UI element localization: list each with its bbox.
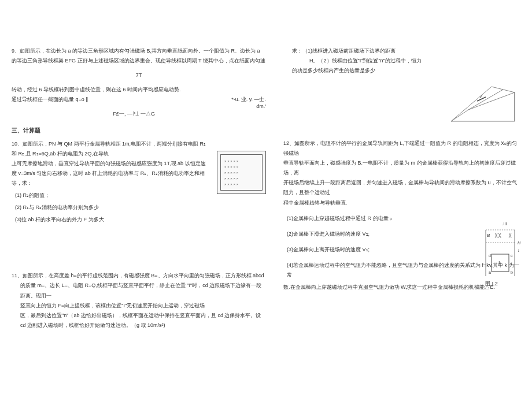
svg-text:c: c (511, 254, 513, 258)
circuit-field-pattern: × × × × × × × × × × × × × × × × × × × × … (224, 158, 258, 187)
svg-rect-14 (492, 254, 509, 271)
svg-line-1 (451, 87, 492, 121)
q11b-line2: 的功是多少线框内产生的热量是多少 (283, 66, 520, 76)
svg-text:b: b (511, 270, 513, 274)
question-10: 10、如图所示，PN 与 QM 两平行金属导轨相距 1m,电阻不计，两端分别接有… (12, 139, 266, 225)
q9-sym: 7T (12, 70, 266, 80)
q9-formula: F£一, —∣*⟘ 一△G (12, 109, 266, 119)
svg-text:╳ ╳: ╳ ╳ (494, 233, 501, 238)
q10-line1: 10、如图所示，PN 与 QM 两平行金属导轨相距 1m,电阻不计，两端分别接有… (12, 139, 211, 159)
question-11: 11、如图所示，在高度差 h=的平行虚线范围内，有磁感强度 B=、方向水平向里的… (12, 271, 266, 330)
svg-line-3 (468, 90, 503, 110)
q9-line4: 转动，经过 6 导线框转到图中虚线位置，则在这 6 时间内平均感应电动势. (12, 85, 266, 95)
q12-line2: 垂直导轨平面向上，磁感强度为 B.一电阻不计，质量为 m 的金属棒获得沿导轨向上… (283, 158, 520, 178)
q11b-line1a: 求：（1)线框进入磁场前距磁场下边界的距离 (292, 48, 396, 54)
svg-text:d: d (489, 254, 491, 258)
q9-line1: 9、如图所示，在边长为 a 的等边三角形区域内有匀强磁场 B,其方向垂直纸面向外… (12, 46, 266, 56)
figure-l2-caption: 图 L2 (463, 280, 520, 288)
q11b-line1b: H。（2）线框由位置"I"到位置"n"的过程中，恒力 (309, 56, 422, 66)
q10-line3: 度 v=3m/s 匀速向右移动，这时 ab 杆上消耗的电功率与 R₁、R₂消耗的… (12, 169, 211, 188)
q11-line5: cd 边刚进入磁场时，线框恰好开始做匀速运动。（g 取 10m/s²) (12, 321, 266, 330)
q11-line2: 的质量 m=、边长 L=、电阻 R=Q,线框平面与竖直平面平行，静止在位置 "I… (12, 281, 266, 300)
q9-line5: 通过导线框任一截面的电量 q=o ∥ *-u. 业. y. —士. (12, 95, 266, 105)
q11-line4: 区，最后到达位置"n"（ab 边恰好出磁场），线框平面在运动中保持在竖直平面内，… (12, 311, 266, 321)
svg-text:↕: ↕ (518, 248, 520, 252)
q9-line2: 的等边三角形导线框架 EFG 正好与上述磁场区域的边界重合。现使导线框以周期 T… (12, 56, 266, 66)
svg-text:H: H (518, 241, 520, 245)
q9-line5-left: 通过导线框任一截面的电量 q=o ∥ (12, 96, 88, 102)
section-title: 三、计算题 (12, 126, 266, 135)
svg-line-4 (492, 87, 515, 92)
circuit-diagram: × × × × × × × × × × × × × × × × × × × × … (217, 151, 266, 194)
q12-line1: 12、如图所示，电阻不计的平行的金属导轨间距为 L,下端通过一阻值为 R 的电阻… (283, 139, 520, 158)
fig-l2-label-b: B (487, 233, 490, 238)
q9-formula-right: dm.' (256, 102, 266, 111)
svg-text:a: a (489, 270, 491, 274)
svg-marker-0 (451, 92, 515, 121)
inclined-plane-diagram (445, 81, 520, 127)
svg-text:╳: ╳ (508, 233, 512, 238)
q10-sub2: (2) R₁与 R₂消耗的电功率分别为多少 (15, 203, 211, 213)
question-9: 9、如图所示，在边长为 a 的等边三角形区域内有匀强磁场 B,其方向垂直纸面向外… (12, 46, 266, 120)
q11b-line1-wrap: 求：（1)线框进入磁场前距磁场下边界的距离 H。（2）线框由位置"I"到位置"n… (283, 46, 520, 66)
q10-sub1: (1) R₂的阻值； (15, 191, 211, 200)
q11-line3: 竖直向上的恒力 F=向上提线框，该框由位置"I"无初速度开始向上运动，穿过磁场 (12, 301, 266, 311)
fig-l2-label-i: I (498, 260, 500, 266)
q10-sub3: (3)拉 ab 杆的水平向右的外力 F 为多大 (15, 215, 211, 225)
question-11b: 求：（1)线框进入磁场前距磁场下边界的距离 H。（2）线框由位置"I"到位置"n… (283, 46, 520, 127)
q10-line2: 上可无摩擦地滑动，垂直穿过导轨平面的匀强磁场的磁感应强度为 1T,现 ab 以恒… (12, 159, 211, 169)
q12-line3: 开磁场后继续上升一段距离后返回，并匀速进入磁场，金属棒与导轨间的滑动摩擦系数为 … (283, 178, 520, 198)
q11-line1: 11、如图所示，在高度差 h=的平行虚线范围内，有磁感强度 B=、方向水平向里的… (12, 271, 266, 281)
figure-l2: .III B ╳ ╳ ╳ H ↕ d c a b I 图 L2 (463, 218, 520, 293)
fig-l2-label-iii: .III (502, 221, 507, 226)
q12-line4: 程中金属棒始终与导轨垂直. (283, 198, 520, 208)
